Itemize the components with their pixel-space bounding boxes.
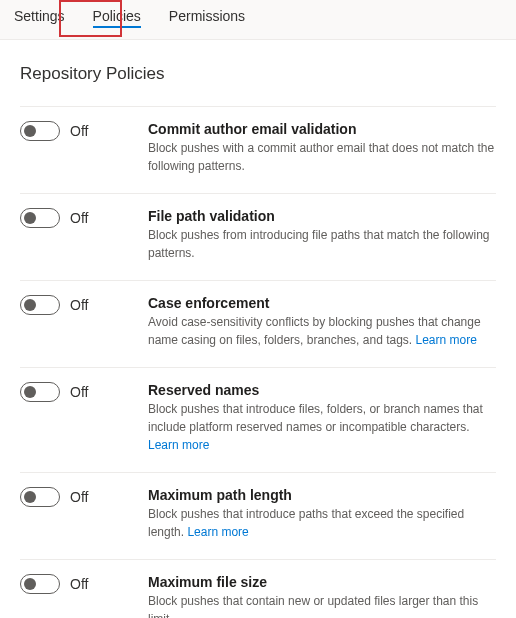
policy-max-path-length: Off Maximum path length Block pushes tha…: [20, 472, 496, 559]
policy-description: Avoid case-sensitivity conflicts by bloc…: [148, 313, 496, 349]
tab-settings[interactable]: Settings: [0, 0, 79, 30]
learn-more-link[interactable]: Learn more: [148, 438, 209, 452]
toggle-reserved-names[interactable]: [20, 382, 60, 402]
tab-permissions[interactable]: Permissions: [155, 0, 259, 30]
policy-file-path-validation: Off File path validation Block pushes fr…: [20, 193, 496, 280]
tab-bar: Settings Policies Permissions: [0, 0, 516, 40]
policy-title: Case enforcement: [148, 295, 496, 311]
learn-more-link[interactable]: Learn more: [187, 525, 248, 539]
toggle-state-label: Off: [70, 123, 88, 139]
policy-description: Block pushes that introduce files, folde…: [148, 400, 496, 454]
policy-max-file-size: Off Maximum file size Block pushes that …: [20, 559, 496, 618]
policy-title: Maximum path length: [148, 487, 496, 503]
learn-more-link[interactable]: Learn more: [416, 333, 477, 347]
policy-case-enforcement: Off Case enforcement Avoid case-sensitiv…: [20, 280, 496, 367]
policy-description: Block pushes with a commit author email …: [148, 139, 496, 175]
toggle-state-label: Off: [70, 384, 88, 400]
policy-reserved-names: Off Reserved names Block pushes that int…: [20, 367, 496, 472]
tab-policies[interactable]: Policies: [79, 0, 155, 30]
policy-commit-author-email: Off Commit author email validation Block…: [20, 106, 496, 193]
policy-description: Block pushes from introducing file paths…: [148, 226, 496, 262]
toggle-max-path-length[interactable]: [20, 487, 60, 507]
toggle-state-label: Off: [70, 297, 88, 313]
policy-title: Maximum file size: [148, 574, 496, 590]
policy-title: Reserved names: [148, 382, 496, 398]
policy-title: Commit author email validation: [148, 121, 496, 137]
toggle-state-label: Off: [70, 210, 88, 226]
policy-description: Block pushes that introduce paths that e…: [148, 505, 496, 541]
toggle-state-label: Off: [70, 489, 88, 505]
toggle-case-enforcement[interactable]: [20, 295, 60, 315]
toggle-state-label: Off: [70, 576, 88, 592]
toggle-file-path-validation[interactable]: [20, 208, 60, 228]
policy-description: Block pushes that contain new or updated…: [148, 592, 496, 618]
page-title: Repository Policies: [20, 64, 496, 84]
toggle-max-file-size[interactable]: [20, 574, 60, 594]
content-area: Repository Policies Off Commit author em…: [0, 40, 516, 618]
policy-title: File path validation: [148, 208, 496, 224]
toggle-commit-author-email[interactable]: [20, 121, 60, 141]
